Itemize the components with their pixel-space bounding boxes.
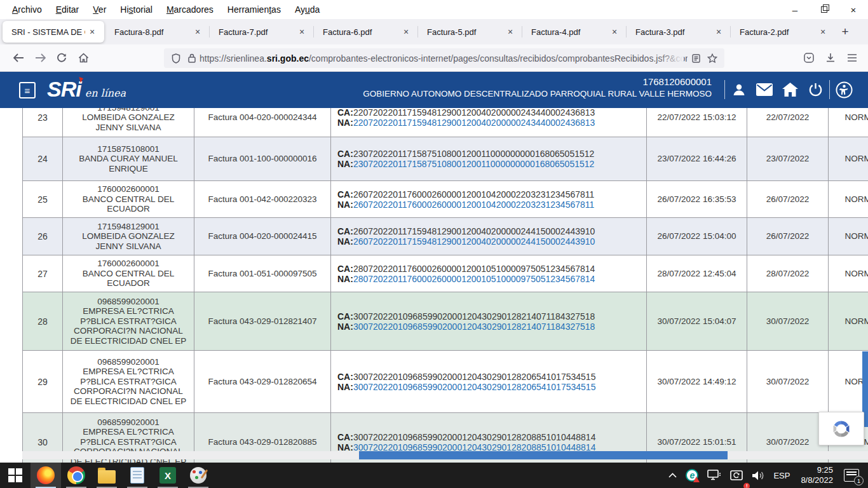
bookmark-button[interactable]	[704, 48, 721, 68]
authorization-number-link[interactable]: 3007202201096859902000120430290128206541…	[353, 382, 596, 392]
tray-volume[interactable]	[747, 463, 769, 488]
pocket-button[interactable]	[798, 48, 820, 68]
tray-antivirus[interactable]: e	[681, 463, 703, 488]
sri-logo[interactable]: SRi en línea	[47, 77, 126, 102]
notepad-icon	[130, 467, 144, 484]
tray-updates[interactable]: !	[726, 463, 747, 488]
close-icon[interactable]: ×	[399, 27, 413, 37]
session-identity: 1768120600001 GOBIERNO AUTONOMO DESCENTR…	[356, 76, 712, 98]
access-key-cell: CA:2307202201171587510800120011000000000…	[331, 137, 647, 180]
taskbar-paint-button[interactable]	[183, 463, 214, 488]
tray-expand-button[interactable]	[664, 463, 681, 488]
close-icon[interactable]: ×	[191, 27, 205, 37]
tab-title: SRI - SISTEMA DE COMP	[11, 27, 85, 37]
supplier-name-line: ECUADOR	[107, 278, 150, 288]
screen: ArchivoEditarVerHistorialMarcadoresHerra…	[0, 0, 868, 488]
ca-line: CA:2307202201171587510800120011000000000…	[337, 149, 594, 159]
close-icon[interactable]: ×	[607, 27, 621, 37]
menu-marcadores[interactable]: Marcadores	[159, 2, 220, 17]
authorization-number-link[interactable]: 2607202201176000260000120010420002203231…	[353, 200, 594, 210]
sidebar-toggle-button[interactable]: ≡	[19, 82, 36, 98]
close-icon[interactable]: ×	[85, 27, 99, 37]
invoice-row-24[interactable]: 241715875108001BANDA CURAY MANUELENRIQUE…	[23, 137, 868, 181]
tab-factura-8-pdf[interactable]: Factura-8.pdf×	[105, 19, 210, 44]
taskbar-excel-button[interactable]: X	[153, 463, 183, 488]
sri-logo-text: SRi	[47, 77, 81, 102]
recaptcha-badge[interactable]	[818, 412, 864, 445]
na-line: NA:2807202201176000260000120010510000975…	[337, 274, 595, 284]
close-icon[interactable]: ×	[712, 27, 726, 37]
menu-ayuda[interactable]: Ayuda	[288, 2, 327, 17]
taskbar-chrome-button[interactable]	[61, 463, 92, 488]
supplier-name-line: JENNY SILVANA	[96, 241, 161, 252]
session-entity-name: GOBIERNO AUTONOMO DESCENTRALIZADO PARROQ…	[356, 89, 712, 98]
url-fade	[658, 52, 684, 68]
profile-button[interactable]	[726, 82, 752, 97]
authorization-number-link[interactable]: 2607202201171594812900120040200000244150…	[353, 236, 595, 247]
menu-editar[interactable]: Editar	[49, 2, 86, 17]
restore-button[interactable]	[810, 0, 839, 19]
tab-factura-3-pdf[interactable]: Factura-3.pdf×	[627, 19, 731, 44]
authorization-number-link[interactable]: 3007202201096859902000120430290128214071…	[353, 322, 595, 332]
access-key-cell: CA:2807202201176000260000120010510000975…	[331, 255, 647, 292]
invoice-row-25[interactable]: 251760002600001BANCO CENTRAL DELECUADORF…	[23, 181, 868, 218]
invoice-row-28[interactable]: 280968599020001EMPRESA EL?CTRICAP?BLICA …	[23, 292, 868, 351]
divider	[724, 80, 725, 99]
menu-historial[interactable]: Historial	[113, 2, 159, 17]
horizontal-scrollbar-track[interactable]	[22, 451, 868, 459]
messages-button[interactable]	[752, 83, 777, 96]
authorization-date-cell: 30/07/2022 14:49:12	[647, 351, 747, 412]
taskbar-clock[interactable]: 9:25 8/8/2022	[794, 465, 839, 485]
taskbar-notepad-button[interactable]	[122, 463, 153, 488]
tab-factura-6-pdf[interactable]: Factura-6.pdf×	[314, 19, 418, 44]
minimize-button[interactable]: –	[780, 0, 810, 19]
app-menu-button[interactable]	[841, 48, 863, 68]
invoice-row-26[interactable]: 261715948129001LOMBEIDA GONZALEZJENNY SI…	[23, 218, 868, 255]
new-tab-button[interactable]: +	[835, 19, 855, 44]
start-button[interactable]	[0, 463, 31, 488]
reader-view-button[interactable]	[688, 48, 704, 68]
invoice-row-29[interactable]: 290968599020001EMPRESA EL?CTRICAP?BLICA …	[23, 351, 868, 413]
back-button[interactable]	[8, 48, 29, 68]
home-button-app[interactable]	[777, 83, 803, 97]
menu-ver[interactable]: Ver	[86, 2, 113, 17]
row-number-cell: 25	[23, 181, 63, 217]
tray-network[interactable]	[703, 463, 726, 488]
tab-factura-2-pdf[interactable]: Factura-2.pdf×	[731, 19, 835, 44]
language-indicator[interactable]: ESP	[769, 463, 794, 488]
tab-factura-4-pdf[interactable]: Factura-4.pdf×	[522, 19, 627, 44]
close-icon[interactable]: ×	[816, 27, 830, 37]
taskbar-explorer-button[interactable]	[92, 463, 122, 488]
na-line: NA:3007202201096859902000120430290128214…	[337, 322, 595, 332]
close-button[interactable]: ×	[839, 0, 868, 19]
home-button[interactable]	[72, 48, 94, 68]
logout-button[interactable]	[803, 83, 828, 97]
row-number-cell: 27	[23, 255, 63, 292]
authorization-number-link[interactable]: 2807202201176000260000120010510000975051…	[353, 274, 595, 284]
invoice-row-27[interactable]: 271760002600001BANCO CENTRAL DELECUADORF…	[23, 255, 868, 292]
horizontal-scrollbar-thumb[interactable]	[359, 451, 728, 459]
tab-active-sri[interactable]: SRI - SISTEMA DE COMP ×	[3, 21, 104, 43]
tab-title: Factura-2.pdf	[740, 27, 816, 37]
taskbar-firefox-button[interactable]	[31, 463, 61, 488]
issue-date-cell: 30/07/2022	[747, 292, 829, 350]
tab-strip: SRI - SISTEMA DE COMP × Factura-8.pdf×Fa…	[0, 19, 868, 44]
status-cell: NORMAL	[829, 292, 868, 350]
tab-factura-5-pdf[interactable]: Factura-5.pdf×	[418, 19, 522, 44]
close-icon[interactable]: ×	[503, 27, 517, 37]
downloads-button[interactable]	[820, 48, 841, 68]
authorization-number-link[interactable]: 2307202201171587510800120011000000000168…	[353, 159, 594, 169]
site-security-button[interactable]	[184, 48, 200, 68]
tab-factura-7-pdf[interactable]: Factura-7.pdf×	[210, 19, 314, 44]
notification-center-button[interactable]: 1	[839, 463, 868, 488]
menu-archivo[interactable]: Archivo	[5, 2, 49, 17]
na-line: NA:2307202201171587510800120011000000000…	[337, 159, 594, 169]
authorization-number-link[interactable]: 2207202201171594812900120040200000243440…	[353, 118, 595, 128]
reload-button[interactable]	[51, 48, 72, 68]
close-icon[interactable]: ×	[295, 27, 309, 37]
accessibility-button[interactable]	[831, 81, 857, 98]
tracking-shield-button[interactable]	[168, 48, 184, 68]
url-bar[interactable]: https://srienlinea.sri.gob.ec/comprobant…	[164, 48, 724, 68]
forward-button[interactable]	[29, 48, 51, 68]
menu-herramientas[interactable]: Herramientas	[220, 2, 288, 17]
